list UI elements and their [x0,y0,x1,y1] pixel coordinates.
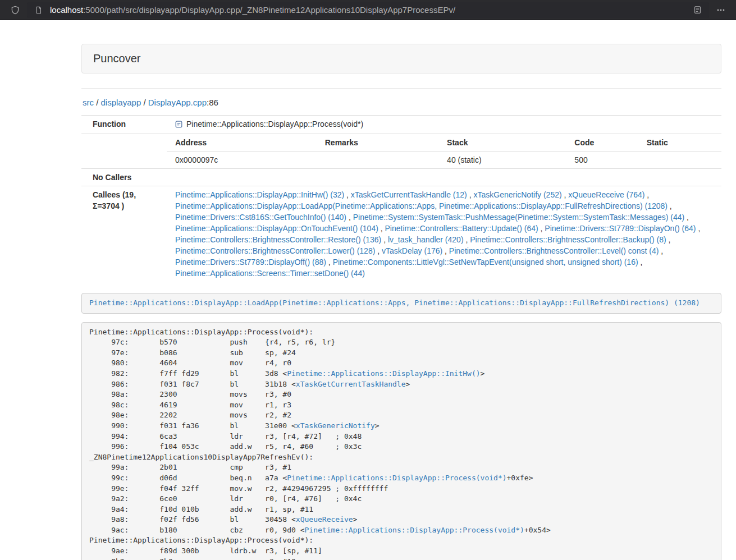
stats-header: Code [566,134,638,152]
stats-value: 500 [566,152,638,169]
stats-header: Address [167,134,317,152]
reader-mode-icon[interactable] [690,3,705,17]
callee-separator: , [684,213,689,222]
more-tools-icon[interactable] [714,3,728,17]
callee-link[interactable]: Pinetime::Applications::DisplayApp::OnTo… [175,224,378,233]
callees-row: Callees (19, Σ=3704 ) Pinetime::Applicat… [81,186,721,282]
stats-value: 0x0000097c [167,152,317,169]
site-title: Puncover [93,52,141,65]
breadcrumb-separator: / [94,98,101,107]
asm-symbol-link[interactable]: xQueueReceive [296,515,353,524]
callee-link[interactable]: Pinetime::Controllers::Battery::Update()… [385,224,538,233]
asm-line: _ZN8Pinetime12Applications10DisplayApp7R… [89,452,714,463]
callee-separator: , [326,258,333,267]
asm-line: 9a2: 6ce0 ldr r0, [r4, #76] ; 0x4c [89,494,714,504]
asm-line: 99a: 2b01 cmp r3, #1 [89,462,714,473]
callee-link[interactable]: xTaskGetCurrentTaskHandle (12) [351,190,467,199]
asm-line: 9b2: 2b0a cmp r3, #10 [89,557,714,560]
stats-header: Static [638,134,721,152]
callee-link[interactable]: Pinetime::Drivers::St7789::DisplayOff() … [175,258,326,267]
asm-symbol-link[interactable]: Pinetime::Applications::DisplayApp::Proc… [287,474,506,482]
callees-label: Callees (19, Σ=3704 ) [81,186,167,282]
asm-symbol-link[interactable]: Pinetime::Applications::DisplayApp::Proc… [305,526,524,534]
callee-link[interactable]: Pinetime::Drivers::Cst816S::GetTouchInfo… [175,213,346,222]
callee-separator: , [467,190,474,199]
asm-line: 99e: f04f 32ff mov.w r2, #4294967295 ; 0… [89,484,714,494]
stats-value-row: 0x0000097c40 (static)500 [167,152,721,169]
callee-link[interactable]: Pinetime::Components::LittleVgl::SetNewT… [333,258,638,267]
divider [81,88,721,89]
url-path: :5000/path/src/displayapp/DisplayApp.cpp… [83,5,455,15]
empty-label-cell [81,134,167,169]
stats-header: Remarks [317,134,438,152]
asm-line: 986: f031 f8c7 bl 31b18 <xTaskGetCurrent… [89,379,714,390]
asm-line: 98c: 4619 mov r1, r3 [89,400,714,411]
page-info-icon[interactable] [31,3,46,17]
url-host: localhost [50,5,83,15]
asm-line: 98a: 2300 movs r3, #0 [89,389,714,400]
function-name: Pinetime::Applications::DisplayApp::Proc… [186,120,363,128]
callee-separator: , [538,224,545,233]
stats-header: Stack [438,134,566,152]
callee-link[interactable]: Pinetime::Controllers::BrightnessControl… [449,246,659,255]
url-bar[interactable]: localhost:5000/path/src/displayapp/Displ… [27,2,709,18]
callee-link[interactable]: xTaskGenericNotify (252) [473,190,561,199]
breadcrumb-line-number: :86 [207,98,218,107]
main-content: Puncover src / displayapp / DisplayApp.c… [81,20,721,560]
asm-symbol-link[interactable]: xTaskGetCurrentTaskHandle [296,380,406,388]
asm-line: 98e: 2202 movs r2, #2 [89,410,714,421]
shield-icon[interactable] [8,3,22,17]
stats-value [317,152,438,169]
asm-line: 994: 6ca3 ldr r3, [r4, #72] ; 0x48 [89,432,714,442]
function-icon [175,120,182,131]
callee-separator: , [375,246,382,255]
function-label: Function [81,116,167,134]
no-callers-row: No Callers [81,169,721,186]
callee-link[interactable]: Pinetime::Applications::DisplayApp::Load… [175,201,668,210]
browser-toolbar: localhost:5000/path/src/displayapp/Displ… [0,0,736,20]
asm-line: 9a4: f10d 010b add.w r1, sp, #11 [89,504,714,515]
stats-table: AddressRemarksStackCodeStatic 0x0000097c… [167,134,721,168]
stats-value [638,152,721,169]
asm-symbol-link[interactable]: Pinetime::Applications::DisplayApp::Init… [287,369,480,378]
callee-separator: , [668,201,672,210]
breadcrumb: src / displayapp / DisplayApp.cpp:86 [83,98,721,107]
breadcrumb-link[interactable]: src [83,98,94,107]
callee-link[interactable]: Pinetime::Applications::DisplayApp::Init… [175,190,344,199]
callee-link[interactable]: Pinetime::Applications::Screens::Timer::… [175,269,365,278]
asm-line: 996: f104 053c add.w r5, r4, #60 ; 0x3c [89,442,714,452]
url-text[interactable]: localhost:5000/path/src/displayapp/Displ… [50,5,690,15]
callee-separator: , [666,235,671,244]
function-name-cell: Pinetime::Applications::DisplayApp::Proc… [167,116,721,134]
asm-line: 97c: b570 push {r4, r5, r6, lr} [89,337,714,348]
callee-link[interactable]: Pinetime::Controllers::BrightnessControl… [175,235,381,244]
code-header-link[interactable]: Pinetime::Applications::DisplayApp::Load… [89,299,700,307]
breadcrumb-separator: / [141,98,148,107]
callee-link[interactable]: Pinetime::Controllers::BrightnessControl… [175,246,375,255]
function-row: Function Pinetime::Applications::Display… [81,116,721,134]
asm-line: 980: 4604 mov r4, r0 [89,358,714,369]
callee-separator: , [344,190,351,199]
asm-line: Pinetime::Applications::DisplayApp::Proc… [89,535,714,546]
callee-separator: , [378,224,385,233]
callee-separator: , [381,235,388,244]
callee-link[interactable]: vTaskDelay (176) [382,246,442,255]
callee-link[interactable]: Pinetime::Controllers::BrightnessControl… [470,235,666,244]
site-header: Puncover [81,44,721,74]
callee-link[interactable]: lv_task_handler (420) [388,235,464,244]
callees-list: Pinetime::Applications::DisplayApp::Init… [167,186,721,282]
asm-line: 9ae: f89d 300b ldrb.w r3, [sp, #11] [89,546,714,557]
breadcrumb-link[interactable]: DisplayApp.cpp [148,98,207,107]
asm-symbol-link[interactable]: xTaskGenericNotify [296,421,375,430]
callee-link[interactable]: xQueueReceive (764) [568,190,644,199]
callee-separator: , [638,258,643,267]
asm-line: 9a8: f02f fd56 bl 30458 <xQueueReceive> [89,515,714,525]
callee-separator: , [659,246,663,255]
stats-cell: AddressRemarksStackCodeStatic 0x0000097c… [167,134,721,169]
breadcrumb-link[interactable]: displayapp [101,98,141,107]
callee-separator: , [464,235,470,244]
callee-link[interactable]: Pinetime::System::SystemTask::PushMessag… [353,213,685,222]
callee-link[interactable]: Pinetime::Drivers::St7789::DisplayOn() (… [545,224,696,233]
callee-separator: , [696,224,701,233]
asm-line: Pinetime::Applications::DisplayApp::Proc… [89,327,714,338]
